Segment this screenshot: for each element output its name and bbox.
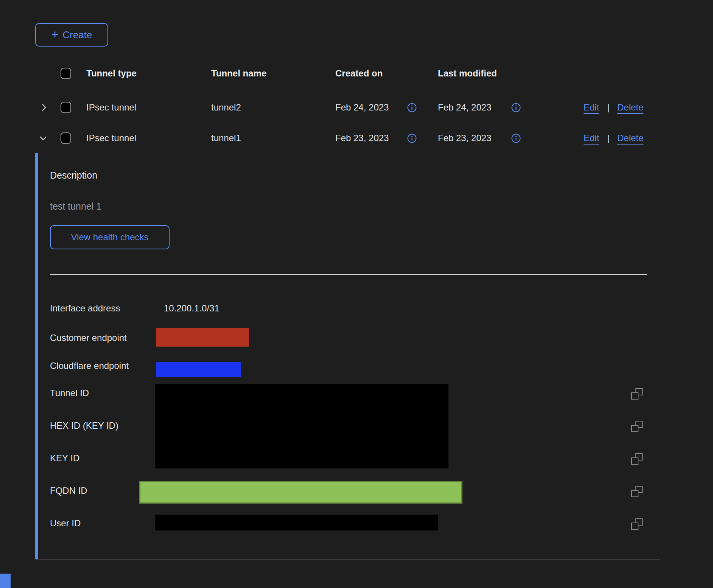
tunnel-name-cell: tunnel1 — [211, 132, 241, 144]
delete-link[interactable]: Delete — [617, 102, 643, 113]
select-all-checkbox[interactable] — [61, 68, 71, 79]
copy-icon[interactable] — [631, 518, 643, 530]
cloudflare-endpoint-label: Cloudflare endpoint — [50, 360, 129, 372]
edit-link[interactable]: Edit — [584, 132, 599, 144]
column-header-tunnel-type: Tunnel type — [86, 68, 137, 79]
column-header-last-modified: Last modified — [438, 68, 497, 79]
key-id-label: KEY ID — [50, 453, 79, 464]
description-label: Description — [50, 170, 97, 181]
tunnel-detail-panel: Description test tunnel 1 View health ch… — [35, 153, 660, 559]
tunnel-id-label: Tunnel ID — [50, 387, 89, 399]
action-separator: | — [607, 102, 610, 113]
section-divider — [50, 274, 647, 275]
fqdn-id-redacted-value — [139, 481, 462, 504]
copy-icon[interactable] — [631, 486, 643, 497]
column-header-created-on: Created on — [335, 68, 383, 79]
column-header-tunnel-name: Tunnel name — [211, 68, 266, 79]
info-icon[interactable] — [511, 103, 521, 114]
created-on-cell: Feb 24, 2023 — [335, 102, 389, 113]
info-icon[interactable] — [407, 134, 417, 145]
table-header-row: Tunnel type Tunnel name Created on Last … — [35, 55, 660, 92]
panel-bottom-divider — [35, 559, 660, 560]
delete-link[interactable]: Delete — [617, 132, 643, 144]
plus-icon: + — [51, 28, 59, 40]
corner-blue-fragment — [0, 574, 11, 588]
table-row: IPsec tunnel tunnel2 Feb 24, 2023 Feb 24… — [35, 92, 660, 123]
created-on-cell: Feb 23, 2023 — [335, 132, 389, 144]
copy-icon[interactable] — [631, 453, 643, 465]
copy-icon[interactable] — [631, 388, 643, 400]
last-modified-cell: Feb 24, 2023 — [438, 102, 491, 113]
user-id-redacted-value — [155, 515, 438, 530]
view-health-checks-button[interactable]: View health checks — [50, 225, 170, 249]
expand-chevron-right-icon[interactable] — [39, 103, 49, 114]
interface-address-value: 10.200.1.0/31 — [164, 303, 220, 314]
tunnel-name-cell: tunnel2 — [211, 102, 241, 113]
ids-redacted-value — [155, 384, 448, 468]
info-icon[interactable] — [511, 134, 521, 145]
fqdn-id-label: FQDN ID — [50, 485, 87, 496]
interface-address-label: Interface address — [50, 303, 120, 314]
hex-id-label: HEX ID (KEY ID) — [50, 420, 118, 431]
table-row: IPsec tunnel tunnel1 Feb 23, 2023 Feb 23… — [35, 123, 660, 153]
tunnels-page: + Create Tunnel type Tunnel name Created… — [0, 0, 713, 588]
copy-icon[interactable] — [631, 421, 643, 432]
create-button-label: Create — [62, 29, 92, 41]
row-checkbox[interactable] — [61, 132, 71, 144]
collapse-chevron-down-icon[interactable] — [38, 133, 48, 145]
action-separator: | — [607, 132, 610, 144]
edit-link[interactable]: Edit — [584, 102, 599, 113]
cloudflare-endpoint-redacted-value — [156, 362, 241, 377]
customer-endpoint-label: Customer endpoint — [50, 332, 127, 344]
description-text: test tunnel 1 — [50, 201, 101, 212]
row-checkbox[interactable] — [61, 102, 71, 113]
info-icon[interactable] — [407, 103, 417, 114]
last-modified-cell: Feb 23, 2023 — [438, 132, 491, 144]
user-id-label: User ID — [50, 518, 81, 529]
tunnel-type-cell: IPsec tunnel — [86, 132, 136, 144]
tunnel-type-cell: IPsec tunnel — [86, 102, 136, 113]
create-button[interactable]: + Create — [35, 23, 108, 47]
customer-endpoint-redacted-value — [156, 328, 249, 347]
